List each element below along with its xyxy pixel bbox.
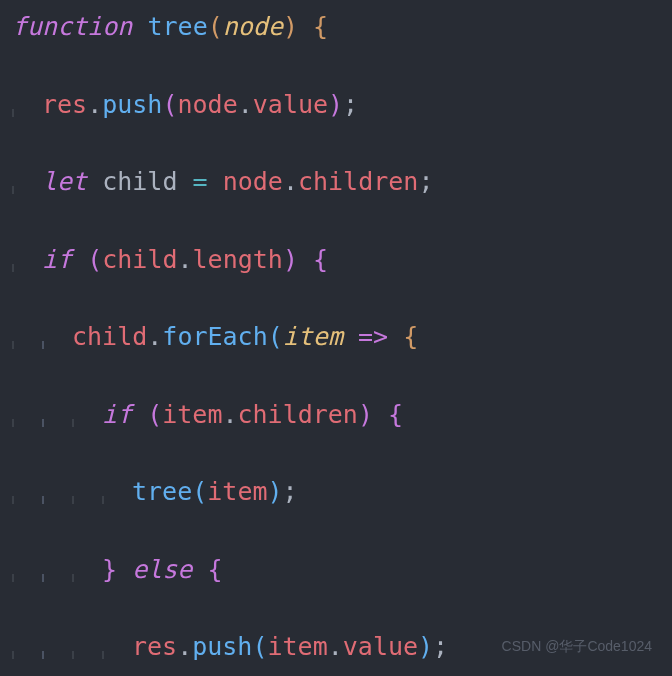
method-call: push [102, 90, 162, 119]
argument: item [207, 477, 267, 506]
identifier: item [162, 400, 222, 429]
parameter: node [223, 12, 283, 41]
keyword-else: else [132, 555, 192, 584]
identifier: node [223, 167, 283, 196]
arrow-operator: => [358, 322, 388, 351]
identifier: child [102, 245, 177, 274]
code-line-2: res.push(node.value); [12, 86, 660, 125]
code-block: function tree(node) { res.push(node.valu… [12, 8, 660, 676]
property: children [238, 400, 358, 429]
property: value [343, 632, 418, 661]
code-line-6: if (item.children) { [12, 396, 660, 435]
code-line-3: let child = node.children; [12, 163, 660, 202]
code-line-7: tree(item); [12, 473, 660, 512]
keyword-function: function [12, 12, 132, 41]
identifier: res [132, 632, 177, 661]
function-name: tree [147, 12, 207, 41]
code-line-1: function tree(node) { [12, 8, 660, 47]
code-line-4: if (child.length) { [12, 241, 660, 280]
keyword-let: let [42, 167, 87, 196]
code-line-5: child.forEach(item => { [12, 318, 660, 357]
watermark-text: CSDN @华子Code1024 [502, 636, 652, 658]
identifier: node [178, 90, 238, 119]
variable-name: child [102, 167, 177, 196]
keyword-if: if [42, 245, 72, 274]
property: children [298, 167, 418, 196]
method-call: push [192, 632, 252, 661]
method-call: forEach [162, 322, 267, 351]
identifier: res [42, 90, 87, 119]
function-call: tree [132, 477, 192, 506]
parameter: item [283, 322, 343, 351]
property: value [253, 90, 328, 119]
identifier: child [72, 322, 147, 351]
identifier: item [268, 632, 328, 661]
code-line-8: } else { [12, 551, 660, 590]
property: length [193, 245, 283, 274]
keyword-if: if [102, 400, 132, 429]
